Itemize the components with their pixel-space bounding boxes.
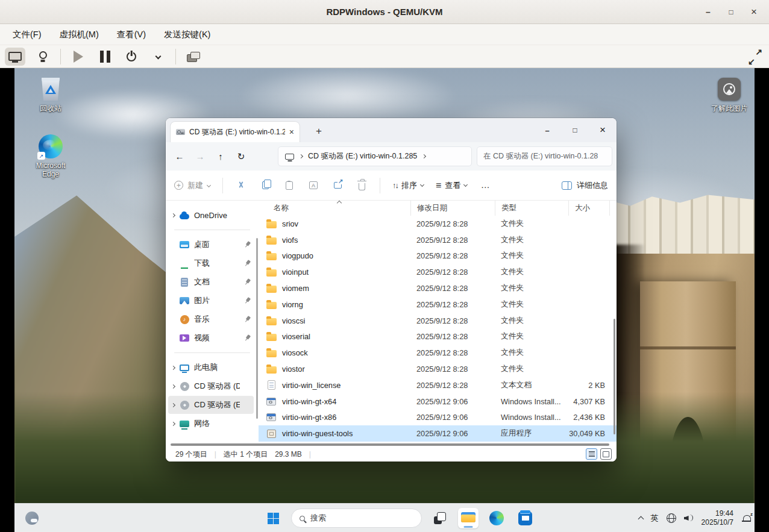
chevron-right-icon[interactable] xyxy=(171,384,175,388)
large-icons-view-button[interactable] xyxy=(600,448,612,460)
pause-button[interactable] xyxy=(96,48,114,66)
more-button[interactable] xyxy=(479,180,491,192)
sidebar-item[interactable]: 音乐 xyxy=(168,310,254,328)
refresh-button[interactable] xyxy=(231,146,251,167)
sidebar-item[interactable]: 视频 xyxy=(168,329,254,347)
sidebar-item[interactable]: OneDrive xyxy=(168,206,254,224)
volume-icon[interactable] xyxy=(684,514,694,522)
copy-button[interactable] xyxy=(259,180,271,192)
taskbar-search[interactable]: 搜索 xyxy=(291,509,422,528)
task-view-button[interactable] xyxy=(430,508,450,528)
chevron-right-icon[interactable] xyxy=(171,213,175,217)
desktop-icon-recycle-bin[interactable]: 回收站 xyxy=(25,78,76,114)
sidebar-item[interactable]: 网络 xyxy=(168,415,254,433)
network-icon[interactable] xyxy=(667,513,676,523)
tab-close-icon[interactable] xyxy=(289,127,294,137)
displays-button[interactable] xyxy=(184,48,202,66)
shutdown-button[interactable] xyxy=(122,48,140,66)
file-explorer-button[interactable] xyxy=(458,508,479,528)
up-button[interactable] xyxy=(210,146,231,167)
column-header-date[interactable]: 修改日期 xyxy=(410,201,495,216)
ime-indicator[interactable]: 英 xyxy=(651,513,659,524)
maximize-icon[interactable] xyxy=(722,3,740,21)
breadcrumb[interactable]: CD 驱动器 (E:) virtio-win-0.1.285 xyxy=(278,146,472,166)
file-row[interactable]: virtio-win-gt-x86 2025/9/12 9:06 Windows… xyxy=(259,410,617,426)
file-row[interactable]: virtio-win-guest-tools 2025/9/12 9:06 应用… xyxy=(259,425,617,442)
breadcrumb-location[interactable]: CD 驱动器 (E:) virtio-win-0.1.285 xyxy=(308,151,417,161)
file-list-scrollbar[interactable] xyxy=(614,319,615,434)
recycle-bin-icon xyxy=(40,78,61,101)
minimize-icon[interactable] xyxy=(533,118,561,142)
file-row[interactable]: viofs 2025/9/12 8:28 文件夹 xyxy=(259,232,617,248)
column-header-name[interactable]: 名称 xyxy=(259,201,410,216)
hidden-icons-chevron[interactable] xyxy=(638,516,644,522)
sidebar-item[interactable]: 文档 xyxy=(168,273,254,291)
chevron-right-icon[interactable] xyxy=(171,421,175,425)
fullscreen-button[interactable] xyxy=(749,45,762,68)
sort-button[interactable]: 排序 xyxy=(392,180,424,191)
menu-item[interactable]: 查看(V) xyxy=(109,26,154,43)
details-view-button[interactable] xyxy=(586,448,597,460)
sidebar-item[interactable] xyxy=(174,230,250,230)
widgets-button[interactable] xyxy=(25,512,39,525)
sidebar-item[interactable]: 此电脑 xyxy=(168,358,254,377)
clock[interactable]: 19:44 2025/10/7 xyxy=(702,509,733,527)
rename-button[interactable]: A xyxy=(307,180,319,192)
column-header-type[interactable]: 类型 xyxy=(495,201,568,216)
search-input[interactable]: 在 CD 驱动器 (E:) virtio-win-0.1.28 xyxy=(477,146,612,166)
menu-item[interactable]: 发送按键(K) xyxy=(156,26,218,43)
column-header-size[interactable]: 大小 xyxy=(568,201,610,216)
menu-item[interactable]: 文件(F) xyxy=(5,26,49,43)
hardware-details-button[interactable] xyxy=(34,48,52,66)
close-icon[interactable] xyxy=(745,3,763,21)
scrollbar-thumb[interactable] xyxy=(171,443,609,446)
start-button[interactable] xyxy=(263,508,283,528)
view-button[interactable]: 查看 xyxy=(436,180,467,191)
details-pane-button[interactable]: 详细信息 xyxy=(562,180,608,191)
virtual-display-button[interactable] xyxy=(5,48,25,66)
file-row[interactable]: sriov 2025/9/12 8:28 文件夹 xyxy=(259,216,617,232)
sidebar-item[interactable]: CD 驱动器 (E:) xyxy=(168,396,254,414)
file-size: 4,307 KB xyxy=(568,397,610,406)
paste-button[interactable] xyxy=(283,180,295,192)
edge-button[interactable] xyxy=(486,508,507,528)
file-row[interactable]: virtio-win_license 2025/9/12 8:28 文本文档 2… xyxy=(259,377,617,393)
file-row[interactable]: virtio-win-gt-x64 2025/9/12 9:06 Windows… xyxy=(259,393,617,410)
file-row[interactable]: viosock 2025/9/12 8:28 文件夹 xyxy=(259,345,617,361)
file-row[interactable]: viogpudo 2025/9/12 8:28 文件夹 xyxy=(259,248,617,264)
desktop-icon-learn-picture[interactable]: 了解此图片 xyxy=(704,78,755,114)
minimize-icon[interactable] xyxy=(699,3,717,21)
sidebar-item[interactable]: 图片 xyxy=(168,292,254,310)
sidebar-item[interactable]: 桌面 xyxy=(168,236,254,254)
new-button[interactable]: 新建 xyxy=(174,180,210,191)
chevron-right-icon[interactable] xyxy=(171,365,175,369)
sidebar-item[interactable] xyxy=(174,352,250,353)
shutdown-menu-button[interactable] xyxy=(149,48,167,66)
file-date: 2025/9/12 8:28 xyxy=(410,219,495,228)
file-row[interactable]: vioscsi 2025/9/12 8:28 文件夹 xyxy=(259,313,617,329)
file-row[interactable]: viorng 2025/9/12 8:28 文件夹 xyxy=(259,296,617,313)
file-row[interactable]: vioserial 2025/9/12 8:28 文件夹 xyxy=(259,329,617,345)
sidebar-scrollbar[interactable] xyxy=(256,238,258,419)
forward-button[interactable] xyxy=(190,146,210,167)
file-row[interactable]: vioinput 2025/9/12 8:28 文件夹 xyxy=(259,264,617,280)
back-button[interactable] xyxy=(169,146,190,167)
cut-button[interactable] xyxy=(235,180,247,192)
new-tab-button[interactable] xyxy=(310,123,327,140)
notification-bell-icon[interactable]: z xyxy=(742,514,751,522)
store-button[interactable] xyxy=(515,508,535,528)
desktop-icon-edge[interactable]: ↗ Microsoft Edge xyxy=(25,134,76,178)
explorer-tab[interactable]: CD 驱动器 (E:) virtio-win-0.1.28 xyxy=(171,122,300,142)
file-row[interactable]: viomem 2025/9/12 8:28 文件夹 xyxy=(259,280,617,296)
menu-item[interactable]: 虚拟机(M) xyxy=(52,26,107,43)
horizontal-scrollbar[interactable] xyxy=(171,442,609,447)
sidebar-item[interactable]: CD 驱动器 (D:) xyxy=(168,377,254,395)
close-icon[interactable] xyxy=(589,118,617,142)
delete-button[interactable] xyxy=(356,180,368,192)
run-button[interactable] xyxy=(69,48,87,66)
sidebar-item[interactable]: 下载 xyxy=(168,254,254,272)
chevron-right-icon[interactable] xyxy=(171,402,175,407)
maximize-icon[interactable] xyxy=(561,118,589,142)
file-row[interactable]: viostor 2025/9/12 8:28 文件夹 xyxy=(259,361,617,377)
share-button[interactable] xyxy=(331,180,344,192)
